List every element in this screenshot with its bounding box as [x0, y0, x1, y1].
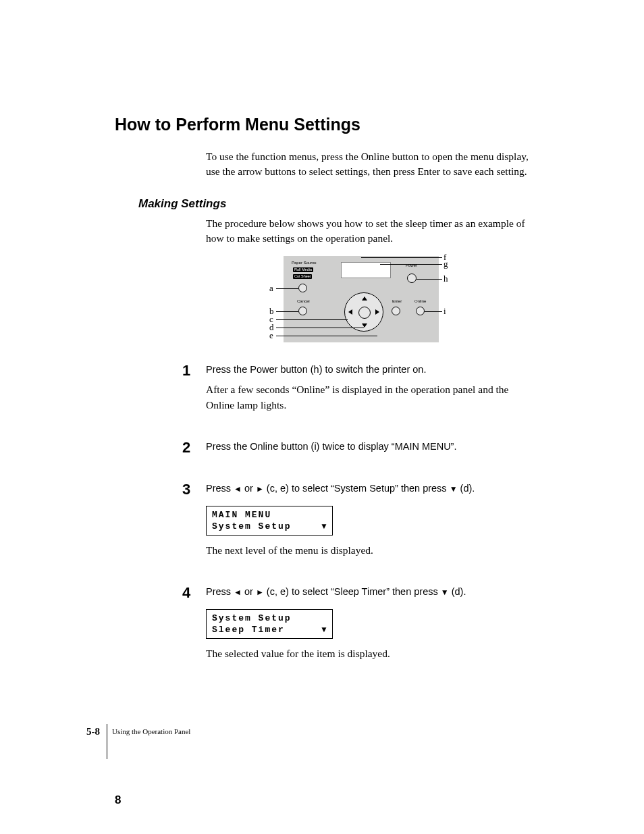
enter-button — [392, 307, 400, 315]
step-lead: Press the Online button (i) twice to dis… — [206, 440, 536, 454]
subsection-intro: The procedure below shows you how to set… — [206, 216, 536, 246]
lcd-display: MAIN MENU System Setup ▼ — [206, 506, 333, 536]
right-arrow-icon: ► — [256, 484, 264, 494]
online-button — [416, 307, 425, 315]
page-title: How to Perform Menu Settings — [115, 115, 536, 134]
pill-cut-sheet: Cut Sheet — [293, 274, 312, 279]
right-arrow-icon: ► — [256, 588, 264, 597]
callout-e: e — [269, 330, 273, 341]
callout-h: h — [444, 273, 448, 284]
nav-pad — [344, 292, 383, 332]
step-number: 3 — [182, 478, 190, 500]
step-3: 3 Press ◄ or ► (c, e) to select “System … — [182, 481, 536, 558]
label-online: Online — [414, 299, 426, 303]
down-arrow-icon: ▼ — [320, 521, 328, 531]
lcd-line1: MAIN MENU — [212, 509, 327, 521]
page-number: 5-8 — [86, 726, 100, 737]
down-arrow-icon: ▼ — [320, 624, 328, 635]
label-enter: Enter — [392, 299, 402, 303]
operation-panel-diagram: Paper Source ○ Data ○ Message Power Roll… — [206, 256, 536, 350]
footer-divider — [107, 724, 107, 759]
lcd-line2: System Setup — [212, 521, 327, 533]
power-button — [407, 273, 417, 283]
left-arrow-icon: ◄ — [234, 484, 242, 494]
step-follow: The next level of the menu is displayed. — [206, 542, 536, 558]
step-number: 4 — [182, 581, 190, 604]
step-follow: The selected value for the item is displ… — [206, 646, 536, 661]
step-1: 1 Press the Power button (h) to switch t… — [182, 363, 536, 413]
panel-box: Paper Source ○ Data ○ Message Power Roll… — [284, 256, 439, 342]
callout-g: g — [444, 259, 448, 269]
step-number: 2 — [182, 436, 190, 459]
lcd-line1: System Setup — [212, 613, 327, 625]
lcd-display: System Setup Sleep Timer ▼ — [206, 609, 333, 639]
pill-roll-media: Roll Media — [293, 267, 313, 272]
step-follow: After a few seconds “Online” is displaye… — [206, 382, 536, 413]
down-arrow-icon: ▼ — [441, 588, 449, 597]
lcd-line2: Sleep Timer — [212, 624, 327, 636]
step-4: 4 Press ◄ or ► (c, e) to select “Sleep T… — [182, 585, 536, 661]
intro-paragraph: To use the function menus, press the Onl… — [206, 149, 536, 180]
step-lead: Press ◄ or ► (c, e) to select “System Se… — [206, 481, 536, 496]
nav-left-icon — [348, 309, 352, 315]
subsection-heading: Making Settings — [138, 197, 536, 211]
callout-i: i — [444, 306, 446, 317]
down-arrow-icon: ▼ — [450, 484, 458, 494]
paper-source-button — [298, 284, 307, 292]
step-number: 1 — [182, 359, 190, 382]
nav-right-icon — [375, 309, 379, 315]
label-paper-source: Paper Source — [292, 261, 317, 265]
page-footer: 5-8 Using the Operation Panel — [68, 726, 540, 760]
nav-up-icon — [362, 296, 367, 301]
chapter-title: Using the Operation Panel — [112, 727, 190, 735]
pdf-page-number: 8 — [115, 793, 121, 807]
left-arrow-icon: ◄ — [234, 588, 242, 597]
callout-a: a — [269, 283, 273, 294]
step-lead: Press the Power button (h) to switch the… — [206, 363, 536, 377]
step-2: 2 Press the Online button (i) twice to d… — [182, 440, 536, 454]
label-cancel: Cancel — [297, 299, 310, 303]
step-lead: Press ◄ or ► (c, e) to select “Sleep Tim… — [206, 585, 536, 600]
cancel-button — [298, 307, 307, 315]
